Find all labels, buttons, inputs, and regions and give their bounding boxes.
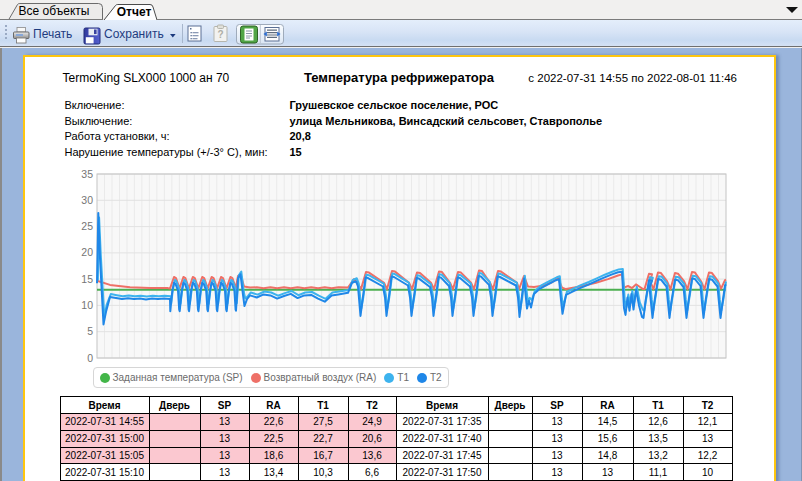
svg-text:Отчет: Отчет [117,5,152,19]
svg-text:10: 10 [81,299,93,311]
svg-text:35: 35 [81,168,93,180]
svg-text:?: ? [217,29,223,40]
svg-text:5: 5 [87,325,93,337]
svg-text:30: 30 [81,194,93,206]
svg-text:Все объекты: Все объекты [19,4,90,18]
svg-text:15: 15 [81,273,93,285]
svg-text:25: 25 [81,220,93,232]
svg-text:20: 20 [81,246,93,258]
svg-text:0: 0 [87,352,93,364]
